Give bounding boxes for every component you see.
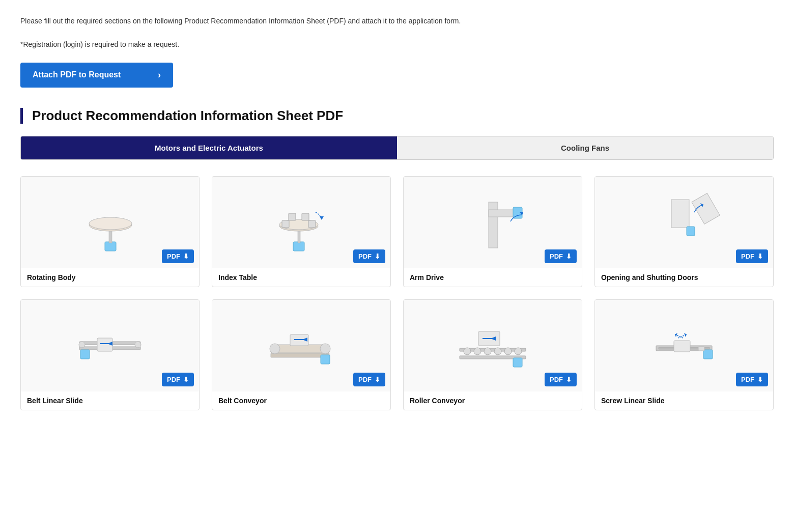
- svg-point-32: [320, 344, 330, 354]
- pdf-button-opening-shutting[interactable]: PDF ⬇: [736, 249, 768, 263]
- index-table-illustration: [261, 182, 342, 263]
- svg-rect-46: [513, 358, 522, 367]
- product-label-screw-linear-slide: Screw Linear Slide: [595, 391, 773, 410]
- svg-point-27: [79, 342, 85, 348]
- product-label-index-table: Index Table: [212, 268, 390, 287]
- product-image-belt-linear-slide: PDF ⬇: [21, 300, 199, 391]
- pdf-button-screw-linear-slide[interactable]: PDF ⬇: [736, 373, 768, 386]
- product-card-arm-drive: PDF ⬇ Arm Drive: [403, 176, 582, 287]
- svg-marker-55: [684, 333, 687, 337]
- product-card-belt-linear-slide: PDF ⬇ Belt Linear Slide: [20, 299, 200, 410]
- svg-rect-18: [692, 193, 720, 224]
- intro-line1: Please fill out the required sections on…: [20, 15, 774, 26]
- svg-point-42: [484, 348, 491, 355]
- belt-linear-slide-illustration: [69, 305, 151, 386]
- download-icon: ⬇: [757, 376, 763, 383]
- svg-rect-8: [289, 213, 296, 220]
- product-image-opening-shutting: PDF ⬇: [595, 177, 773, 268]
- svg-rect-24: [80, 350, 90, 359]
- svg-rect-34: [321, 355, 330, 364]
- tabs-container: Motors and Electric Actuators Cooling Fa…: [20, 136, 774, 160]
- svg-rect-13: [489, 202, 498, 248]
- pdf-button-index-table[interactable]: PDF ⬇: [353, 249, 385, 263]
- svg-point-43: [494, 348, 501, 355]
- svg-rect-4: [293, 242, 304, 251]
- arm-drive-illustration: [452, 182, 533, 263]
- download-icon: ⬇: [566, 376, 572, 383]
- pdf-button-arm-drive[interactable]: PDF ⬇: [545, 249, 577, 263]
- product-card-rotating-body: PDF ⬇ Rotating Body: [20, 176, 200, 287]
- attach-pdf-button[interactable]: Attach PDF to Request ›: [20, 63, 173, 88]
- chevron-right-icon: ›: [158, 70, 161, 80]
- product-image-roller-conveyor: PDF ⬇: [404, 300, 582, 391]
- product-image-belt-conveyor: PDF ⬇: [212, 300, 390, 391]
- product-label-arm-drive: Arm Drive: [404, 268, 582, 287]
- svg-marker-12: [320, 216, 324, 220]
- product-label-opening-shutting: Opening and Shutting Doors: [595, 268, 773, 287]
- svg-rect-10: [282, 220, 289, 228]
- belt-conveyor-illustration: [261, 305, 342, 386]
- product-label-belt-conveyor: Belt Conveyor: [212, 391, 390, 410]
- attach-pdf-label: Attach PDF to Request: [33, 70, 121, 79]
- products-grid: PDF ⬇ Rotating Body: [20, 176, 774, 410]
- svg-rect-19: [687, 227, 695, 236]
- svg-rect-9: [302, 213, 309, 220]
- product-card-screw-linear-slide: PDF ⬇ Screw Linear Slide: [594, 299, 774, 410]
- download-icon: ⬇: [375, 253, 380, 260]
- pdf-button-roller-conveyor[interactable]: PDF ⬇: [545, 373, 577, 386]
- pdf-button-belt-linear-slide[interactable]: PDF ⬇: [162, 373, 194, 386]
- intro-line2: *Registration (login) is required to mak…: [20, 39, 774, 50]
- pdf-button-rotating-body[interactable]: PDF ⬇: [162, 249, 194, 263]
- product-image-arm-drive: PDF ⬇: [404, 177, 582, 268]
- svg-point-3: [89, 217, 132, 230]
- section-header: Product Recommendation Information Sheet…: [20, 108, 774, 124]
- screw-linear-slide-illustration: [643, 305, 725, 386]
- tab-fans[interactable]: Cooling Fans: [397, 136, 773, 159]
- svg-marker-57: [675, 333, 677, 337]
- product-image-screw-linear-slide: PDF ⬇: [595, 300, 773, 391]
- product-image-index-table: PDF ⬇: [212, 177, 390, 268]
- download-icon: ⬇: [183, 376, 189, 383]
- opening-shutting-illustration: [643, 182, 725, 263]
- svg-point-40: [464, 348, 471, 355]
- roller-conveyor-illustration: [452, 305, 533, 386]
- download-icon: ⬇: [375, 376, 380, 383]
- product-card-belt-conveyor: PDF ⬇ Belt Conveyor: [212, 299, 391, 410]
- product-image-rotating-body: PDF ⬇: [21, 177, 199, 268]
- download-icon: ⬇: [566, 253, 572, 260]
- product-label-rotating-body: Rotating Body: [21, 268, 199, 287]
- rotating-body-illustration: [69, 182, 151, 263]
- svg-point-44: [504, 348, 512, 355]
- section-title: Product Recommendation Information Sheet…: [32, 108, 774, 124]
- tab-motors[interactable]: Motors and Electric Actuators: [21, 136, 397, 159]
- svg-point-31: [270, 344, 280, 354]
- pdf-button-belt-conveyor[interactable]: PDF ⬇: [353, 373, 385, 386]
- svg-rect-11: [308, 220, 316, 228]
- product-label-roller-conveyor: Roller Conveyor: [404, 391, 582, 410]
- svg-point-41: [474, 348, 481, 355]
- svg-point-28: [135, 342, 141, 348]
- svg-point-45: [515, 348, 522, 355]
- product-card-roller-conveyor: PDF ⬇ Roller Conveyor: [403, 299, 582, 410]
- svg-rect-51: [674, 341, 690, 352]
- svg-rect-14: [489, 210, 517, 217]
- svg-rect-0: [105, 242, 116, 251]
- download-icon: ⬇: [757, 253, 763, 260]
- svg-rect-17: [671, 200, 689, 228]
- product-card-index-table: PDF ⬇ Index Table: [212, 176, 391, 287]
- product-card-opening-shutting: PDF ⬇ Opening and Shutting Doors: [594, 176, 774, 287]
- download-icon: ⬇: [183, 253, 189, 260]
- svg-rect-53: [698, 347, 704, 351]
- svg-rect-52: [703, 350, 713, 359]
- product-label-belt-linear-slide: Belt Linear Slide: [21, 391, 199, 410]
